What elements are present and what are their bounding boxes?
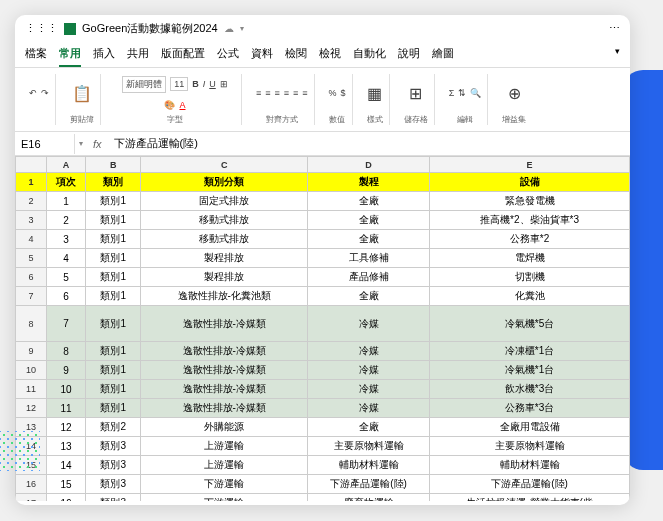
cell[interactable]: 外購能源 [141,418,308,437]
cell[interactable]: 冷媒 [307,380,429,399]
cell[interactable]: 切割機 [430,268,630,287]
underline-icon[interactable]: U [209,79,216,89]
cell[interactable]: 2 [47,211,86,230]
col-header-e[interactable]: E [430,157,630,173]
paste-icon[interactable]: 📋 [72,84,92,103]
cell[interactable]: 6 [47,287,86,306]
cell[interactable]: 下游產品運輸(陸) [430,475,630,494]
cell[interactable]: 逸散性排放-冷媒類 [141,361,308,380]
cell[interactable]: 7 [47,306,86,342]
cell[interactable]: 冷媒 [307,342,429,361]
cell[interactable]: 類別1 [85,287,141,306]
row-header[interactable]: 12 [16,399,47,418]
cell[interactable]: 類別1 [85,380,141,399]
dropdown-icon[interactable]: ▾ [75,139,87,148]
row-header[interactable]: 10 [16,361,47,380]
cell[interactable]: 14 [47,456,86,475]
row-header[interactable]: 3 [16,211,47,230]
row-header[interactable]: 11 [16,380,47,399]
cell[interactable]: 飲水機*3台 [430,380,630,399]
cell[interactable]: 製程 [307,173,429,192]
cell[interactable]: 固定式排放 [141,192,308,211]
italic-icon[interactable]: I [203,79,206,89]
cell[interactable]: 類別1 [85,342,141,361]
cell[interactable]: 冷氣機*5台 [430,306,630,342]
filename[interactable]: GoGreen活動數據範例2024 [82,21,218,36]
cell[interactable]: 12 [47,418,86,437]
cell[interactable]: 類別1 [85,399,141,418]
ribbon-toggle-icon[interactable]: ▾ [615,42,620,67]
cell[interactable]: 類別1 [85,268,141,287]
align-bottom-icon[interactable]: ≡ [275,88,280,98]
addins-icon[interactable]: ⊕ [508,84,521,103]
number-format-icon[interactable]: % [329,88,337,98]
menu-share[interactable]: 共用 [127,42,149,67]
cell[interactable]: 冷氣機*1台 [430,361,630,380]
cell[interactable]: 8 [47,342,86,361]
border-icon[interactable]: ⊞ [220,79,228,89]
undo-icon[interactable]: ↶ [29,88,37,98]
menu-insert[interactable]: 插入 [93,42,115,67]
row-header[interactable]: 2 [16,192,47,211]
cell[interactable]: 冷媒 [307,361,429,380]
font-size-select[interactable]: 11 [170,77,188,91]
find-icon[interactable]: 🔍 [470,88,481,98]
cell[interactable]: 下游運輸 [141,494,308,502]
cell[interactable]: 全廠 [307,211,429,230]
cell[interactable]: 全廠用電設備 [430,418,630,437]
cell[interactable]: 類別3 [85,494,141,502]
dropdown-icon[interactable]: ▾ [240,24,244,33]
cell[interactable]: 電焊機 [430,249,630,268]
cell[interactable]: 逸散性排放-冷媒類 [141,380,308,399]
menu-automate[interactable]: 自動化 [353,42,386,67]
menu-file[interactable]: 檔案 [25,42,47,67]
align-left-icon[interactable]: ≡ [284,88,289,98]
fill-color-icon[interactable]: 🎨 [164,100,175,110]
row-header[interactable]: 4 [16,230,47,249]
cell[interactable]: 9 [47,361,86,380]
cell[interactable]: 設備 [430,173,630,192]
menu-layout[interactable]: 版面配置 [161,42,205,67]
cell[interactable]: 工具修補 [307,249,429,268]
cell[interactable]: 逸散性排放-冷媒類 [141,342,308,361]
font-name-select[interactable]: 新細明體 [122,76,166,93]
cell[interactable]: 化糞池 [430,287,630,306]
cell[interactable]: 類別1 [85,361,141,380]
cell[interactable]: 冷媒 [307,399,429,418]
col-header-d[interactable]: D [307,157,429,173]
cell[interactable]: 類別1 [85,230,141,249]
menu-draw[interactable]: 繪圖 [432,42,454,67]
sort-icon[interactable]: ⇅ [458,88,466,98]
cell[interactable]: 項次 [47,173,86,192]
cell[interactable]: 16 [47,494,86,502]
row-header[interactable]: 1 [16,173,47,192]
cell[interactable]: 下游產品運輸(陸) [307,475,429,494]
select-all-cell[interactable] [16,157,47,173]
cell[interactable]: 類別 [85,173,141,192]
cell[interactable]: 移動式排放 [141,230,308,249]
cell[interactable]: 11 [47,399,86,418]
align-center-icon[interactable]: ≡ [293,88,298,98]
cell[interactable]: 類別分類 [141,173,308,192]
row-header[interactable]: 8 [16,306,47,342]
cell[interactable]: 逸散性排放-冷媒類 [141,399,308,418]
cell[interactable]: 公務車*3台 [430,399,630,418]
cell[interactable]: 製程排放 [141,249,308,268]
row-header[interactable]: 17 [16,494,47,502]
col-header-b[interactable]: B [85,157,141,173]
menu-view[interactable]: 檢視 [319,42,341,67]
menu-help[interactable]: 說明 [398,42,420,67]
cell[interactable]: 1 [47,192,86,211]
more-menu-icon[interactable]: ⋯ [609,22,620,35]
menu-home[interactable]: 常用 [59,42,81,67]
cell[interactable]: 生活垃圾清運-營業大貨車(柴 [430,494,630,502]
fx-icon[interactable]: fx [87,134,108,154]
cell[interactable]: 全廠 [307,230,429,249]
row-header[interactable]: 9 [16,342,47,361]
cell[interactable]: 15 [47,475,86,494]
cell[interactable]: 緊急發電機 [430,192,630,211]
cell[interactable]: 類別1 [85,192,141,211]
row-header[interactable]: 16 [16,475,47,494]
cell[interactable]: 廢棄物運輸 [307,494,429,502]
menu-formula[interactable]: 公式 [217,42,239,67]
